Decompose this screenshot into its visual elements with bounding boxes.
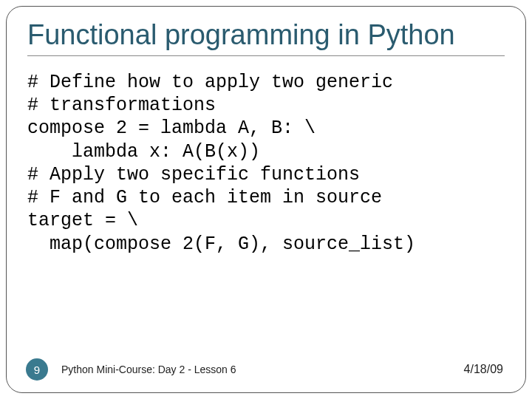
course-label: Python Mini-Course: Day 2 - Lesson 6 xyxy=(61,364,236,375)
page-number-badge: 9 xyxy=(26,358,48,381)
code-example: # Define how to apply two generic # tran… xyxy=(27,71,505,256)
slide-frame: Functional programming in Python # Defin… xyxy=(6,6,526,393)
slide-title: Functional programming in Python xyxy=(27,20,505,56)
date-label: 4/18/09 xyxy=(464,363,503,376)
footer: 9 Python Mini-Course: Day 2 - Lesson 6 4… xyxy=(7,358,525,381)
